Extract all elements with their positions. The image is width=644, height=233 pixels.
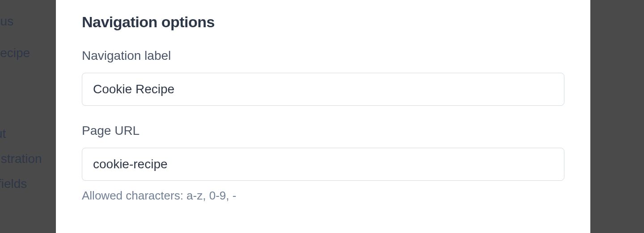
sidebar-item[interactable]: ut	[0, 121, 56, 146]
settings-modal: Navigation options Navigation label Page…	[56, 0, 590, 233]
sidebar-background: t us Cookie Recipe ut gistration fields	[0, 0, 56, 233]
page-url-label: Page URL	[82, 124, 564, 138]
section-title: Navigation options	[82, 13, 564, 31]
sidebar-item[interactable]: t us	[0, 9, 56, 34]
page-url-field-group: Page URL Allowed characters: a-z, 0-9, -	[82, 124, 564, 203]
navigation-label-input[interactable]	[82, 73, 564, 106]
navigation-label-label: Navigation label	[82, 49, 564, 63]
sidebar-item[interactable]: Cookie Recipe	[0, 41, 56, 66]
page-url-helper-text: Allowed characters: a-z, 0-9, -	[82, 189, 564, 203]
sidebar-item[interactable]: fields	[0, 171, 56, 196]
right-overlay-strip	[590, 0, 644, 233]
page-url-input[interactable]	[82, 148, 564, 181]
navigation-label-field-group: Navigation label	[82, 49, 564, 106]
sidebar-item[interactable]: gistration	[0, 146, 56, 171]
